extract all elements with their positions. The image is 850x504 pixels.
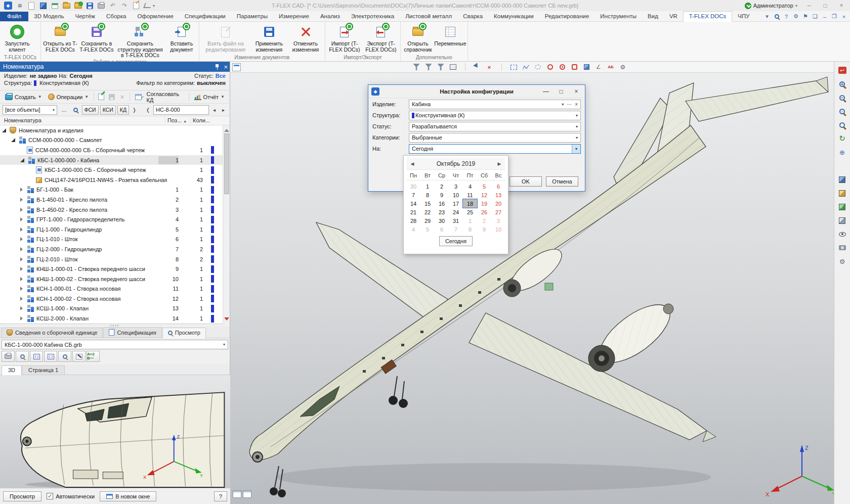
minimize-icon[interactable]: – — [822, 13, 828, 20]
approve-kd-button[interactable]: ✓ Согласовать КД — [133, 90, 186, 104]
edit-record-button[interactable] — [97, 93, 106, 101]
calendar-day[interactable]: 8 — [463, 225, 477, 234]
close-fragment-icon[interactable]: ↩ — [836, 65, 848, 76]
tree-row[interactable]: КСН-1-000-01 - Створка носовая 11 1 — [0, 284, 223, 294]
calendar-day[interactable]: 6 — [491, 182, 505, 191]
save-icon[interactable] — [84, 1, 95, 10]
window-select-icon[interactable] — [508, 63, 519, 72]
separator[interactable] — [459, 63, 471, 72]
window-layout-icon[interactable]: ❏ — [812, 13, 818, 20]
calendar-day[interactable]: 6 — [435, 225, 449, 234]
column-position[interactable]: Поз... ▲ — [165, 117, 188, 123]
menu-icon[interactable]: ≡ — [15, 1, 25, 10]
panel-tab[interactable]: Спецификация — [103, 327, 161, 338]
delete-record-button[interactable]: × — [118, 93, 126, 101]
close-icon[interactable]: × — [841, 13, 847, 20]
ribbon-tab[interactable]: Файл — [0, 12, 28, 21]
code-combo[interactable]: НС-8-000 — [153, 105, 209, 115]
dialog-close-button[interactable]: × — [569, 85, 584, 98]
fit-width-icon[interactable] — [44, 351, 57, 362]
ksi-toggle[interactable]: КСИ — [100, 105, 116, 115]
help-icon[interactable]: ? — [783, 13, 789, 20]
tree-row[interactable]: В-1-450-01 - Кресло пилота 2 1 — [0, 195, 223, 205]
auto-checkbox-wrap[interactable]: ✓ Автоматически — [47, 493, 95, 499]
shaded-mode-icon[interactable] — [836, 174, 848, 185]
expander-icon[interactable] — [20, 158, 24, 162]
dialog-maximize-button[interactable]: □ — [554, 85, 569, 98]
calendar-day[interactable]: 3 — [449, 182, 463, 191]
expander-icon[interactable] — [20, 267, 23, 271]
tree-row[interactable]: КСН-1-000-02 - Створка носовая 12 1 — [0, 294, 223, 304]
ribbon-tab[interactable]: VR — [664, 12, 683, 21]
view-options-icon[interactable]: ⚙ — [836, 256, 848, 267]
panel-tab[interactable]: Сведения о сборочной единице — [1, 328, 103, 338]
ribbon-tab[interactable]: ЧПУ — [732, 12, 755, 21]
tree-row[interactable]: БГ-1-000 - Бак 1 1 — [0, 185, 223, 195]
structure-field[interactable]: Конструктивная (К) ▾ — [409, 111, 581, 120]
ok-button[interactable]: OK — [509, 176, 542, 187]
calendar-day[interactable]: 14 — [406, 199, 420, 208]
help-button[interactable]: ? — [214, 491, 227, 501]
preview-button[interactable]: Просмотр — [3, 491, 41, 501]
calendar-day[interactable]: 1 — [463, 216, 477, 225]
report-button[interactable]: Отчёт ▼ — [192, 93, 227, 101]
product-field[interactable]: Кабина ▾ ⋯ × — [409, 100, 581, 109]
kd-toggle[interactable]: КД — [117, 105, 129, 115]
toolbar-options-icon[interactable]: ▾ — [764, 13, 770, 20]
spacer[interactable] — [836, 160, 848, 171]
today-button[interactable]: Сегодня — [439, 236, 473, 246]
view-tab[interactable]: Страница 1 — [22, 365, 65, 375]
new-window-button[interactable]: В новом окне — [100, 491, 156, 501]
tree-row[interactable]: ССМ-000-000-000 - Самолет — [0, 135, 223, 146]
calendar-day[interactable]: 11 — [463, 191, 477, 199]
ribbon-button[interactable]: Импорт (T-FLEX DOCs) — [326, 23, 363, 53]
new-drawing-icon[interactable] — [50, 1, 60, 10]
expander-icon[interactable] — [20, 287, 23, 291]
expander-icon[interactable] — [20, 247, 23, 251]
zoom-document-icon[interactable] — [16, 351, 29, 362]
tree-row[interactable]: В-1-450-02 - Кресло пилота 3 1 — [0, 205, 223, 215]
measure-cube-icon[interactable] — [581, 63, 592, 72]
next-month-icon[interactable]: ▶ — [494, 161, 505, 166]
tree-row[interactable]: ГЦ-1-000 - Гидроцилиндр 5 1 — [0, 224, 223, 235]
tree-row[interactable]: ГРТ-1-000 - Гидрораспределитель 4 1 — [0, 214, 223, 224]
expander-icon[interactable] — [20, 237, 23, 241]
expander-icon[interactable] — [20, 217, 23, 221]
calendar-day[interactable]: 5 — [477, 182, 491, 191]
ribbon-tab[interactable]: Листовой металл — [400, 12, 457, 21]
calendar-day[interactable]: 24 — [449, 208, 463, 216]
ribbon-tab[interactable]: T-FLEX DOCs — [683, 11, 732, 22]
wireframe-mode-icon[interactable] — [836, 188, 848, 199]
previous-month-icon[interactable]: ◀ — [407, 161, 418, 166]
ribbon-tab[interactable]: Инструменты — [594, 12, 642, 21]
calendar-day[interactable]: 10 — [491, 225, 505, 234]
fsi-toggle[interactable]: ФСИ — [82, 105, 99, 115]
close-button[interactable]: × — [835, 1, 848, 10]
cascade-windows-icon[interactable] — [233, 490, 241, 498]
expand-right-button[interactable]: ❭ — [131, 105, 138, 115]
settings-gear-icon[interactable]: ⚙ — [793, 13, 799, 20]
ribbon-button[interactable]: Сохранить в T-FLEX DOCs — [78, 23, 115, 53]
tree-row[interactable]: КНШ-1-000-02 - Створка переднего шасси 1… — [0, 274, 223, 284]
ribbon-button[interactable]: Открыть справочник — [402, 23, 434, 53]
dialog-minimize-button[interactable]: — — [538, 85, 554, 98]
tree-row[interactable]: КСШ-1-000 - Клапан 13 1 — [0, 304, 223, 314]
ribbon-tab[interactable]: 3D Модель — [28, 12, 69, 21]
calendar-day[interactable]: 20 — [491, 199, 505, 208]
status-value[interactable]: Все — [216, 73, 226, 79]
tree-row[interactable]: СНЦ147-24/16PO11-NW4S - Розетка кабельна… — [0, 175, 223, 185]
code-prev-button[interactable]: ◂ — [210, 105, 218, 115]
search-button[interactable] — [71, 105, 80, 115]
ribbon-tab[interactable]: Вид — [642, 12, 664, 21]
calendar-month-label[interactable]: Октябрь 2019 — [418, 160, 494, 167]
annotation-icon[interactable]: АБ — [605, 63, 616, 72]
calendar-day[interactable]: 30 — [406, 182, 420, 191]
scroll-up-icon[interactable] — [224, 127, 229, 132]
select-arrow-icon[interactable] — [472, 63, 483, 72]
expander-icon[interactable] — [20, 227, 23, 232]
calendar-day[interactable]: 19 — [477, 199, 491, 208]
measure-icon[interactable] — [143, 1, 153, 10]
redo-icon[interactable]: ↷ — [119, 1, 130, 10]
undo-icon[interactable]: ↶ — [108, 1, 118, 10]
tree-row[interactable]: КБС-1-000-000 СБ - Сборочный чертеж 1 — [0, 165, 223, 175]
